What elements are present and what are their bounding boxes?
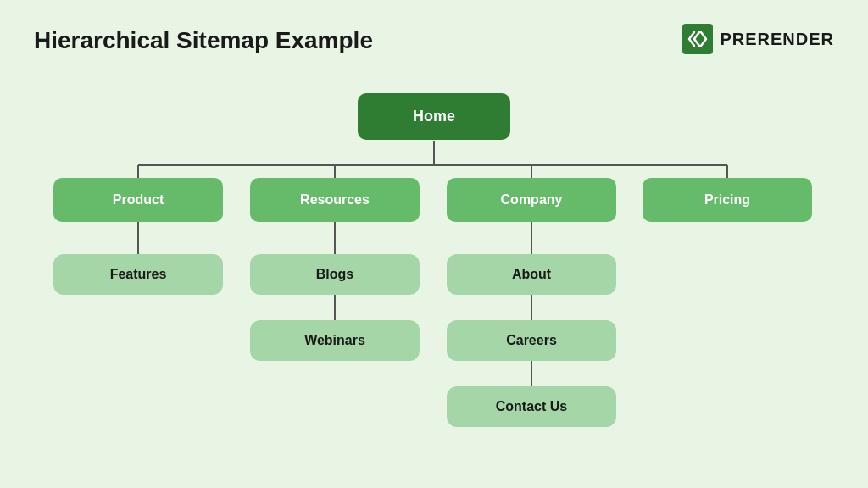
logo-text: PRERENDER — [720, 30, 834, 49]
page-title: Hierarchical Sitemap Example — [34, 27, 373, 54]
node-features: Features — [53, 254, 223, 295]
node-pricing: Pricing — [643, 178, 812, 222]
node-product: Product — [53, 178, 223, 222]
node-company: Company — [447, 178, 616, 222]
svg-rect-0 — [682, 24, 713, 54]
node-webinars: Webinars — [250, 320, 420, 361]
node-home: Home — [358, 93, 510, 140]
node-about: About — [447, 254, 616, 295]
node-blogs: Blogs — [250, 254, 420, 295]
logo: PRERENDER — [682, 24, 834, 54]
sitemap-container: Home Product Resources Company Pricing F… — [0, 85, 868, 488]
node-contact-us: Contact Us — [447, 386, 616, 427]
node-resources: Resources — [250, 178, 420, 222]
logo-icon — [682, 24, 713, 54]
node-careers: Careers — [447, 320, 616, 361]
